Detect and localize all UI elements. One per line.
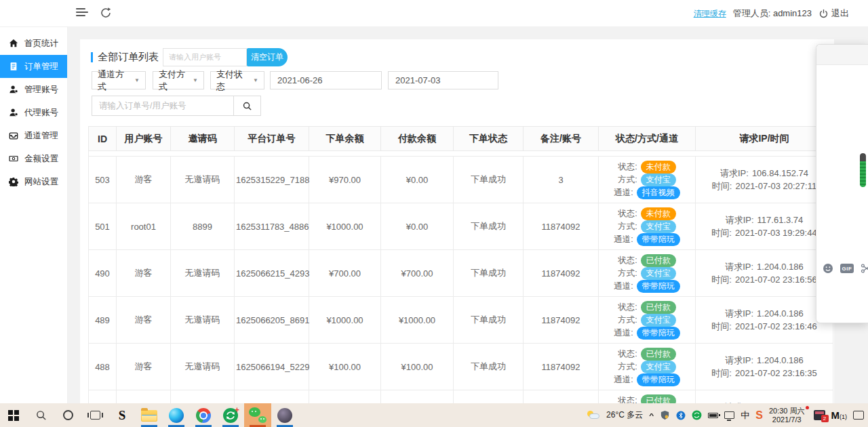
channel-badge: 带带陪玩 bbox=[637, 280, 680, 293]
status-badge: 已付款 bbox=[641, 394, 676, 404]
sidebar-item-orders[interactable]: 订单管理 bbox=[0, 55, 67, 78]
order-row: 490 游客 无邀请码 1625066215_4293 ¥700.00 ¥700… bbox=[89, 250, 833, 297]
cell-paid-amount: ¥0.00 bbox=[381, 203, 454, 250]
cell-id: 489 bbox=[89, 297, 117, 344]
pay-status-select[interactable]: 支付状态▼ bbox=[210, 71, 264, 89]
cell-order-no bbox=[235, 390, 309, 404]
chat-window-titlebar[interactable] bbox=[816, 45, 868, 65]
ime-indicator[interactable]: 中 bbox=[741, 409, 749, 422]
home-icon bbox=[9, 39, 18, 48]
search-button[interactable] bbox=[234, 96, 261, 116]
sidebar-item-agent-accounts[interactable]: 代理账号 bbox=[0, 101, 67, 124]
gif-icon[interactable]: GIF bbox=[840, 264, 854, 273]
column-header: 用户账号 bbox=[117, 127, 171, 151]
emoji-icon[interactable] bbox=[823, 263, 833, 274]
task-view-button[interactable] bbox=[81, 403, 108, 427]
chevron-down-icon: ▼ bbox=[193, 77, 198, 83]
method-badge: 支付宝 bbox=[641, 361, 676, 373]
security-shield-icon[interactable] bbox=[660, 410, 670, 420]
method-badge: 支付宝 bbox=[641, 314, 676, 327]
scissors-icon[interactable] bbox=[861, 263, 868, 274]
search-icon bbox=[242, 101, 252, 111]
edge-icon bbox=[169, 408, 184, 423]
channel-badge: 带带陪玩 bbox=[637, 233, 680, 246]
cortana-button[interactable] bbox=[54, 403, 81, 427]
cell-status-method-channel: 状态:未付款 方式:支付宝 通道:抖音视频 bbox=[599, 157, 696, 203]
weather-icon[interactable] bbox=[587, 411, 600, 420]
clock-time: 20:30 周六 bbox=[769, 407, 805, 415]
order-table-head-row: ID用户账号邀请码平台订单号下单余额付款余额下单状态备注/账号状态/方式/通道请… bbox=[89, 127, 833, 151]
column-header: 下单状态 bbox=[454, 127, 524, 151]
top-header-bar: 清理缓存 管理人员: admin123 退出 bbox=[0, 0, 868, 27]
column-header: 平台订单号 bbox=[235, 127, 309, 151]
cell-remark: 11874092 bbox=[524, 203, 599, 250]
weather-text[interactable]: 26°C 多云 bbox=[606, 409, 643, 421]
order-search-input[interactable] bbox=[92, 96, 234, 116]
column-header: 下单余额 bbox=[309, 127, 381, 151]
order-row: 503 游客 无邀请码 1625315229_7188 ¥970.00 ¥0.0… bbox=[89, 157, 833, 203]
cell-remark: 3 bbox=[524, 157, 599, 203]
channel-method-select[interactable]: 通道方式▼ bbox=[92, 71, 146, 89]
sidebar-item-site-settings[interactable]: 网站设置 bbox=[0, 170, 67, 193]
cell-invite-code bbox=[171, 390, 235, 404]
action-center-icon[interactable] bbox=[853, 411, 864, 420]
method-badge: 支付宝 bbox=[641, 267, 676, 280]
s-tray-icon[interactable]: S bbox=[755, 409, 763, 422]
cell-ip-time: 请求IP:1.204.0.186 时间:2021-07-02 23:16:46 bbox=[696, 297, 833, 344]
date-to-input[interactable] bbox=[388, 71, 498, 89]
cell-invite-code: 无邀请码 bbox=[171, 344, 235, 390]
clear-cache-link[interactable]: 清理缓存 bbox=[694, 8, 726, 20]
order-row: 488 游客 无邀请码 1625066194_5229 ¥100.00 ¥100… bbox=[89, 344, 833, 390]
chevron-down-icon: ▼ bbox=[134, 77, 140, 83]
start-button[interactable] bbox=[0, 403, 27, 427]
app-s-black[interactable]: S bbox=[108, 403, 136, 427]
sidebar-item-home[interactable]: 首页统计 bbox=[0, 32, 67, 55]
sync-tray-icon[interactable] bbox=[692, 410, 702, 420]
cell-remark: 11874092 bbox=[524, 250, 599, 297]
mail-tray-icon[interactable]: 2 bbox=[814, 410, 825, 420]
channels-icon bbox=[9, 131, 18, 140]
sidebar-item-channels[interactable]: 通道管理 bbox=[0, 124, 67, 147]
clear-orders-button[interactable]: 清空订单 bbox=[247, 48, 288, 66]
method-badge: 支付宝 bbox=[641, 174, 676, 186]
windows-taskbar: S + 26°C 多云 ^ 中 S bbox=[0, 403, 868, 427]
pay-method-select[interactable]: 支付方式▼ bbox=[153, 71, 204, 89]
cell-ip-time: 请求IP:117.61.3.74 时间:2021-07-03 19:29:44 bbox=[696, 203, 833, 250]
network-display-icon[interactable] bbox=[724, 411, 734, 419]
account-input[interactable] bbox=[163, 48, 247, 66]
wechat-icon bbox=[249, 407, 267, 424]
edge-button[interactable] bbox=[163, 403, 190, 427]
status-badge: 已付款 bbox=[641, 254, 676, 267]
cell-order-status: 下单成功 bbox=[454, 203, 524, 250]
cell-order-no: 1625066215_4293 bbox=[235, 250, 309, 297]
file-explorer-button[interactable] bbox=[136, 403, 163, 427]
sidebar-item-amount-settings[interactable]: 金额设置 bbox=[0, 147, 67, 170]
tray-expand-icon[interactable]: ^ bbox=[649, 411, 654, 419]
chrome-icon bbox=[196, 408, 211, 423]
chrome-button[interactable] bbox=[190, 403, 217, 427]
green-app-button[interactable]: + bbox=[217, 403, 244, 427]
cell-order-no: 1625066205_8691 bbox=[235, 297, 309, 344]
cell-order-status: 下单成功 bbox=[454, 157, 524, 203]
dark-app-button[interactable] bbox=[271, 403, 298, 427]
cell-order-amount: ¥1000.00 bbox=[309, 203, 381, 250]
refresh-icon[interactable] bbox=[99, 6, 113, 20]
sidebar-item-admin-accounts[interactable]: 管理账号 bbox=[0, 78, 67, 101]
power-icon bbox=[818, 9, 829, 19]
channel-badge: 带带陪玩 bbox=[637, 327, 680, 340]
wechat-button[interactable] bbox=[244, 403, 271, 427]
cell-order-no: 1625066194_5229 bbox=[235, 344, 309, 390]
date-from-input[interactable] bbox=[270, 71, 382, 89]
cell-status-method-channel: 状态:已付款 方式:支付宝 通道:带带陪玩 bbox=[599, 250, 696, 297]
cell-account bbox=[117, 390, 171, 404]
bluetooth-icon[interactable] bbox=[676, 411, 686, 420]
battery-icon[interactable] bbox=[708, 413, 718, 418]
logout-button[interactable]: 退出 bbox=[818, 7, 849, 20]
cell-id: 488 bbox=[89, 344, 117, 390]
clock-date: 2021/7/3 bbox=[769, 415, 805, 424]
sidebar-collapse-icon[interactable] bbox=[76, 8, 88, 18]
taskbar-clock[interactable]: 20:30 周六 2021/7/3 bbox=[769, 407, 808, 424]
taskbar-search-button[interactable] bbox=[27, 403, 54, 427]
status-badge: 未付款 bbox=[641, 161, 676, 174]
im-tray-icon[interactable]: M(1) bbox=[831, 409, 848, 421]
